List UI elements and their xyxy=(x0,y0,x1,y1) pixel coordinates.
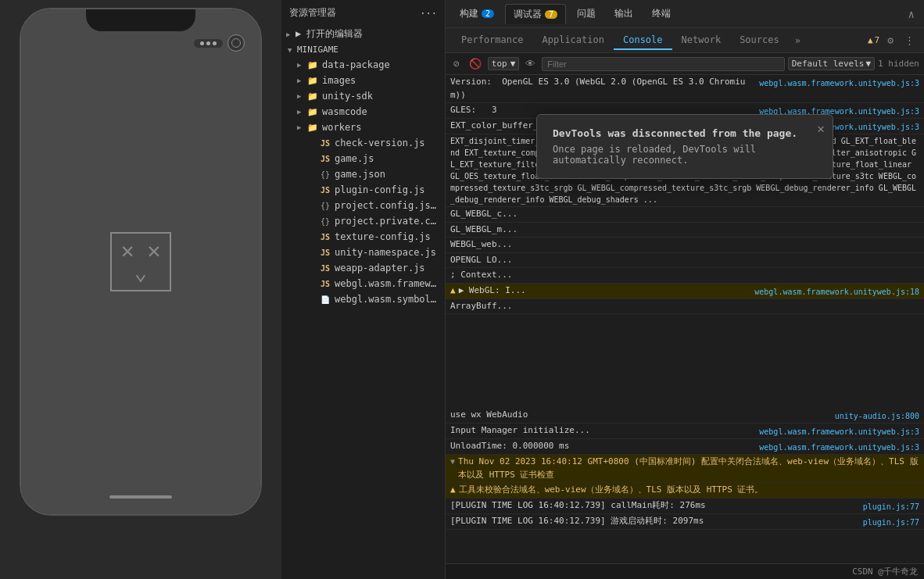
console-line: [PLUGIN TIME LOG 16:40:12.739] callMain耗… xyxy=(446,499,924,514)
console-line-source[interactable]: unity-audio.js:800 xyxy=(835,410,919,422)
disconnect-close-button[interactable]: ✕ xyxy=(817,121,825,136)
subtab-sources-label: Sources xyxy=(740,34,779,45)
eye-icon[interactable]: 👁 xyxy=(522,56,539,71)
console-line-source[interactable]: webgl.wasm.framework.unityweb.js:3 xyxy=(759,441,919,453)
tab-output-label: 输出 xyxy=(614,7,633,20)
console-line-content: GL_WEBGL_m... xyxy=(450,223,919,237)
filter-input[interactable] xyxy=(542,57,784,71)
console-clear-button[interactable]: 🚫 xyxy=(466,56,485,71)
tree-item-project-private[interactable]: {} project.private.config... xyxy=(281,213,445,229)
tab-terminal-label: 终端 xyxy=(652,7,671,20)
subtab-performance[interactable]: Performance xyxy=(452,31,532,50)
console-stop-button[interactable]: ⊘ xyxy=(450,56,463,71)
webgl-symbols-arrow xyxy=(310,295,319,303)
minigame-section-header[interactable]: ▼ MINIGAME xyxy=(281,42,445,57)
tab-build[interactable]: 构建 2 xyxy=(452,4,502,23)
project-config-label: project.config.json xyxy=(335,200,440,211)
tab-issues[interactable]: 问题 xyxy=(569,4,603,23)
tab-debugger-label: 调试器 xyxy=(514,8,542,21)
webgl-framework-arrow xyxy=(310,280,319,288)
folder-icon-images: 📁 xyxy=(306,74,319,87)
tree-item-game-json[interactable]: {} game.json xyxy=(281,166,445,182)
tree-item-project-config[interactable]: {} project.config.json xyxy=(281,198,445,213)
js-icon-weapp-adapter: JS xyxy=(319,262,331,274)
json-icon-game: {} xyxy=(319,168,331,180)
csdn-watermark: CSDN @千牛奇龙 xyxy=(852,566,918,577)
game-js-label: game.js xyxy=(335,153,374,164)
webgl-framework-label: webgl.wasm.framewor... xyxy=(335,278,440,289)
warning-count-badge: ▲ 7 xyxy=(868,35,879,45)
console-line: ArrayBuff... xyxy=(446,299,924,315)
subtab-sources[interactable]: Sources xyxy=(730,31,789,50)
tab-build-badge: 2 xyxy=(482,9,494,18)
context-selector[interactable]: top ▼ xyxy=(488,57,520,70)
project-config-arrow xyxy=(310,202,319,209)
more-options-icon[interactable]: ⋮ xyxy=(901,33,918,48)
subtabs-more-button[interactable]: » xyxy=(789,32,807,49)
console-line: GL_WEBGL_m... xyxy=(446,223,924,238)
console-warn-line: ▲ 工具未校验合法域名、web-view（业务域名）、TLS 版本以及 HTTP… xyxy=(446,483,924,499)
toolbar-collapse-button[interactable]: ∧ xyxy=(905,5,918,23)
phone-home-indicator xyxy=(109,495,172,499)
console-line-content: Input Manager initialize... xyxy=(450,424,756,438)
js-icon-unity-namespace: JS xyxy=(319,246,331,259)
tree-item-unity-sdk[interactable]: ▶ 📁 unity-sdk xyxy=(281,88,445,104)
tree-item-check-version[interactable]: JS check-version.js xyxy=(281,135,445,151)
tree-item-webgl-wasm-symbols[interactable]: 📄 webgl.wasm.symbols... xyxy=(281,291,445,307)
check-version-arrow xyxy=(310,139,319,147)
context-icon: ▼ xyxy=(510,59,516,69)
console-line-source[interactable]: plugin.js:77 xyxy=(863,516,919,528)
minigame-arrow: ▼ xyxy=(288,46,297,54)
folder-icon-unity-sdk: 📁 xyxy=(306,90,319,102)
console-line-content: ▶ WebGL: I... xyxy=(459,284,752,298)
tree-item-images[interactable]: ▶ 📁 images xyxy=(281,73,445,88)
console-line-source[interactable]: webgl.wasm.framework.unityweb.js:3 xyxy=(759,426,919,438)
tree-item-workers[interactable]: ▶ 📁 workers xyxy=(281,120,445,135)
subtab-network-label: Network xyxy=(682,34,722,45)
plugin-config-arrow xyxy=(310,186,319,194)
tree-item-data-package[interactable]: ▶ 📁 data-package xyxy=(281,57,445,73)
console-line-content: [PLUGIN TIME LOG 16:40:12.739] 游戏启动耗时: 2… xyxy=(450,515,860,528)
folder-icon-wasmcode: 📁 xyxy=(306,105,319,118)
warning-count: 7 xyxy=(875,35,880,45)
tab-debugger[interactable]: 调试器 7 xyxy=(505,4,566,24)
tree-item-weapp-adapter[interactable]: JS weapp-adapter.js xyxy=(281,260,445,276)
console-line-source[interactable]: plugin.js:77 xyxy=(863,501,919,513)
gear-icon[interactable]: ⚙ xyxy=(884,33,897,48)
console-line: WEBGL_web... xyxy=(446,238,924,253)
console-line-source[interactable]: webgl.wasm.framework.unityweb.js:3 xyxy=(759,77,919,89)
console-output[interactable]: Version: OpenGL ES 3.0 (WebGL 2.0 (OpenG… xyxy=(446,75,924,563)
subtab-network[interactable]: Network xyxy=(672,31,731,50)
file-tree-more-icon[interactable]: ··· xyxy=(420,8,437,19)
subtabs-right: ▲ 7 ⚙ ⋮ xyxy=(868,33,918,48)
tree-item-unity-namespace[interactable]: JS unity-namespace.js xyxy=(281,245,445,260)
bottom-bar: CSDN @千牛奇龙 xyxy=(446,563,924,579)
warning-triangle-icon: ▲ xyxy=(868,35,873,45)
tree-item-game-js[interactable]: JS game.js xyxy=(281,151,445,166)
console-line: OPENGL LO... xyxy=(446,253,924,269)
console-line-content: UnloadTime: 0.000000 ms xyxy=(450,440,756,453)
wasmcode-arrow: ▶ xyxy=(297,108,306,116)
tree-item-plugin-config[interactable]: JS plugin-config.js xyxy=(281,182,445,198)
subtab-console[interactable]: Console xyxy=(614,31,672,50)
game-json-arrow xyxy=(310,170,319,178)
tree-item-webgl-wasm-framework[interactable]: JS webgl.wasm.framewor... xyxy=(281,276,445,291)
console-line: use wx WebAudio unity-audio.js:800 xyxy=(446,408,924,424)
console-line: Version: OpenGL ES 3.0 (WebGL 2.0 (OpenG… xyxy=(446,75,924,103)
phone-circle-button[interactable] xyxy=(227,34,245,52)
tree-item-texture-config[interactable]: JS texture-config.js xyxy=(281,229,445,245)
console-line-content: WEBGL_web... xyxy=(450,238,919,252)
console-line-content: ; Context... xyxy=(450,269,919,282)
js-icon-texture-config: JS xyxy=(319,231,331,243)
game-json-label: game.json xyxy=(335,169,385,180)
folder-icon-data-package: 📁 xyxy=(306,59,319,71)
subtab-application[interactable]: Application xyxy=(532,31,613,50)
file-icon-webgl-symbols: 📄 xyxy=(319,293,331,306)
tree-item-wasmcode[interactable]: ▶ 📁 wasmcode xyxy=(281,104,445,120)
levels-selector[interactable]: Default levels ▼ xyxy=(788,57,875,70)
workers-label: workers xyxy=(322,122,362,133)
console-line-source[interactable]: webgl.wasm.framework.unityweb.js:18 xyxy=(754,286,919,298)
tab-output[interactable]: 输出 xyxy=(607,4,641,23)
tab-terminal[interactable]: 终端 xyxy=(644,4,679,23)
open-editors-section[interactable]: ▶ ▶ 打开的编辑器 xyxy=(281,26,445,42)
